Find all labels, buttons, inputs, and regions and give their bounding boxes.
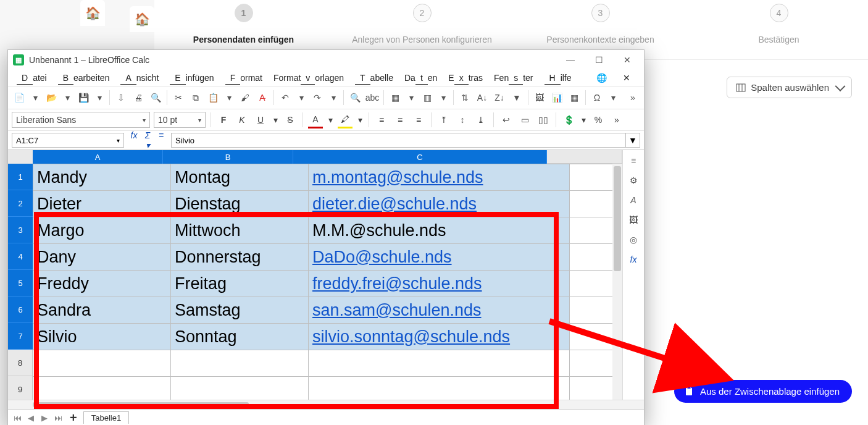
row-icon[interactable]: ▦ [388, 90, 403, 105]
row-header-1[interactable]: 1 [8, 164, 33, 190]
cell-A8[interactable] [33, 350, 171, 377]
col-header-C[interactable]: C [293, 150, 547, 164]
cell-A9[interactable] [33, 377, 171, 400]
cell-A7[interactable]: Silvio [33, 324, 171, 350]
unmerge-icon[interactable]: ▯▯ [536, 112, 551, 127]
menu-tabelle[interactable]: Tabelle [350, 72, 398, 84]
close-doc-icon[interactable]: ✕ [618, 72, 635, 84]
cell-C8[interactable] [309, 350, 570, 377]
step-2[interactable]: 2 Anlegen von Personen konfigurieren [333, 4, 511, 44]
bold-icon[interactable]: F [216, 112, 231, 127]
sheet-prev-icon[interactable]: ◀ [25, 413, 36, 423]
paste-from-clipboard-button[interactable]: Aus der Zwischenablage einfügen [674, 380, 852, 403]
special-dd[interactable]: ▾ [607, 90, 619, 105]
sum-icon[interactable]: Σ ▾ [143, 130, 152, 150]
strike-icon[interactable]: S [283, 112, 298, 127]
cell-C2[interactable]: dieter.die@schule.nds [309, 191, 570, 217]
step-1[interactable]: 1 Personendaten einfügen [154, 4, 333, 44]
align-right-icon[interactable]: ≡ [411, 112, 426, 127]
cell-B4[interactable]: Donnerstag [171, 244, 309, 271]
clone-format-icon[interactable]: 🖌 [238, 90, 252, 105]
menu-daten[interactable]: Daten [399, 72, 442, 84]
underline-icon[interactable]: U [253, 112, 268, 127]
minimize-button[interactable]: — [556, 50, 585, 70]
open-dropdown[interactable]: ▾ [61, 90, 73, 105]
maximize-button[interactable]: ☐ [585, 50, 613, 70]
cell-B9[interactable] [171, 377, 309, 400]
formula-expand-icon[interactable]: ▼ [626, 133, 640, 148]
sort-icon[interactable]: ⇅ [457, 90, 472, 105]
menu-extras[interactable]: Extras [443, 72, 488, 84]
cell-C7[interactable]: silvio.sonntag@schule.nds [309, 324, 570, 350]
menu-datei[interactable]: Datei [12, 72, 52, 84]
cell-C1[interactable]: m.montag@schule.nds [309, 164, 570, 191]
pivot-icon[interactable]: ▦ [567, 90, 582, 105]
cell-A6[interactable]: Sandra [33, 297, 171, 324]
cell-A1[interactable]: Mandy [33, 164, 171, 191]
vertical-scrollbar[interactable] [612, 164, 622, 400]
fontbar-overflow-icon[interactable]: » [609, 112, 624, 127]
cell-B3[interactable]: Mittwoch [171, 217, 309, 244]
sidebar-navigator-icon[interactable]: ◎ [627, 233, 640, 246]
cell-B2[interactable]: Dienstag [171, 191, 309, 217]
row-header-3[interactable]: 3 [8, 217, 33, 243]
align-center-icon[interactable]: ≡ [393, 112, 407, 127]
cur-dd[interactable]: ▾ [580, 112, 587, 127]
cell-C5[interactable]: freddy.frei@schule.nds [309, 271, 570, 297]
spellcheck-icon[interactable]: abc [365, 90, 380, 105]
clear-format-icon[interactable]: A̶ [255, 90, 270, 105]
columns-select-button[interactable]: Spalten auswählen [727, 77, 852, 98]
spreadsheet-grid[interactable]: ABC 123456789 MandyMontagm.montag@schule… [8, 150, 622, 400]
cell-C3[interactable]: M.M.@schule.nds [309, 217, 570, 244]
wrap-icon[interactable]: ↩ [499, 112, 514, 127]
valign-bot-icon[interactable]: ⤓ [474, 112, 488, 127]
new-doc-dropdown[interactable]: ▾ [29, 90, 41, 105]
equals-icon[interactable]: = [156, 130, 166, 150]
home-tab-1[interactable]: 🏠 [80, 0, 105, 26]
autofilter-icon[interactable]: ▼ [509, 90, 524, 105]
menu-format[interactable]: Format [220, 72, 267, 84]
print-preview-icon[interactable]: 🔍 [148, 90, 163, 105]
cell-A3[interactable]: Margo [33, 217, 171, 244]
cell-A4[interactable]: Dany [33, 244, 171, 271]
cell-B5[interactable]: Freitag [171, 271, 309, 297]
sheet-next-icon[interactable]: ▶ [39, 413, 50, 423]
valign-top-icon[interactable]: ⤒ [436, 112, 451, 127]
currency-icon[interactable]: 💲 [561, 112, 576, 127]
sidebar-functions-icon[interactable]: fx [627, 253, 640, 266]
select-all-corner[interactable] [8, 150, 33, 164]
toolbar-overflow-icon[interactable]: » [625, 90, 640, 105]
function-wizard-icon[interactable]: fx [129, 130, 139, 150]
cell-C6[interactable]: san.sam@schulen.nds [309, 297, 570, 324]
cut-icon[interactable]: ✂ [171, 90, 186, 105]
valign-mid-icon[interactable]: ↕ [455, 112, 470, 127]
copy-icon[interactable]: ⧉ [188, 90, 203, 105]
new-doc-icon[interactable]: 📄 [12, 90, 27, 105]
menu-formatvorlagen[interactable]: Formatvorlagen [269, 72, 349, 84]
merge-icon[interactable]: ▭ [517, 112, 532, 127]
menu-hilfe[interactable]: Hilfe [540, 72, 577, 84]
paste-icon[interactable]: 📋 [206, 90, 220, 105]
undo-dropdown[interactable]: ▾ [295, 90, 307, 105]
cell-B6[interactable]: Samstag [171, 297, 309, 324]
cell-C4[interactable]: DaDo@schule.nds [309, 244, 570, 271]
row-header-5[interactable]: 5 [8, 270, 33, 297]
cell-B1[interactable]: Montag [171, 164, 309, 191]
sidebar-styles-icon[interactable]: A [627, 193, 640, 207]
step-4[interactable]: 4 Bestätigen [690, 4, 868, 44]
chart-icon[interactable]: 📊 [549, 90, 564, 105]
row-header-9[interactable]: 9 [8, 376, 33, 400]
horizontal-scrollbar[interactable] [8, 400, 644, 409]
export-pdf-icon[interactable]: ⇩ [114, 90, 128, 105]
row-header-8[interactable]: 8 [8, 350, 33, 376]
sheet-last-icon[interactable]: ⏭ [52, 413, 64, 423]
paste-dropdown[interactable]: ▾ [223, 90, 235, 105]
redo-icon[interactable]: ↷ [310, 90, 325, 105]
fc-dd[interactable]: ▾ [327, 112, 334, 127]
cell-B7[interactable]: Sonntag [171, 324, 309, 350]
row-header-4[interactable]: 4 [8, 243, 33, 270]
col-header-B[interactable]: B [163, 150, 293, 164]
hl-dd[interactable]: ▾ [356, 112, 364, 127]
add-sheet-icon[interactable]: + [66, 411, 81, 425]
row-header-2[interactable]: 2 [8, 190, 33, 217]
